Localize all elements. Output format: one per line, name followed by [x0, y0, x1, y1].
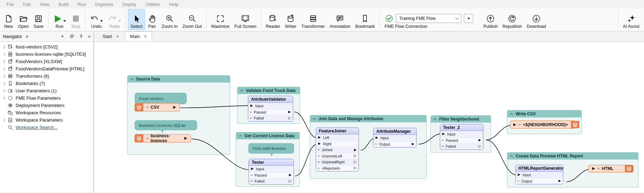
port-output[interactable]: Output [516, 178, 563, 184]
bookmark-header[interactable]: Validate Food Truck Data [238, 87, 300, 94]
node-attributemanager[interactable]: AttributeManager Input Output [373, 128, 417, 147]
run-dropdown-caret[interactable] [63, 20, 66, 22]
tab-main[interactable]: Main × [125, 31, 152, 41]
input-port-icon[interactable] [513, 123, 516, 126]
port-rejected[interactable]: <Rejected> [316, 165, 359, 171]
menu-view[interactable]: View [35, 1, 54, 8]
port-input[interactable]: Input [373, 135, 416, 141]
nav-item-deployment-parameters[interactable]: Deployment Parameters [0, 102, 94, 109]
port-unjoinedleft[interactable]: UnjoinedLeft [316, 153, 359, 159]
port-joined[interactable]: Joined [316, 147, 359, 153]
collapse-chevron-icon[interactable] [434, 118, 436, 121]
collapse-chevron-icon[interactable] [130, 78, 133, 81]
annotation-only-valid-licenses[interactable]: Only valid licenses [248, 143, 294, 154]
nav-item-foodvendors[interactable]: FoodVendors [XLSXW] [0, 58, 94, 65]
menu-help[interactable]: Help [164, 1, 183, 8]
node-html-writer[interactable]: HTML [588, 165, 634, 172]
add-writer-button[interactable]: Writer [282, 9, 299, 30]
port-passed[interactable]: Passed [248, 109, 293, 115]
port-passed[interactable]: Passed [249, 172, 293, 178]
port-failed[interactable]: Failed [248, 115, 293, 121]
add-reader-button[interactable]: Reader [263, 9, 282, 30]
port-input[interactable]: Input [440, 131, 483, 137]
node-htmlreportgenerator[interactable]: HTMLReportGenerator Input Output [515, 165, 563, 184]
bookmark-header[interactable]: Write CSV [507, 110, 581, 117]
float-panel-icon[interactable] [69, 34, 74, 39]
collapse-chevron-icon[interactable] [240, 90, 243, 92]
node-tester-2[interactable]: Tester_2 Input Passed Failed [440, 124, 483, 150]
port-failed[interactable]: Failed [249, 178, 293, 184]
bookmark-header[interactable]: Create Data Preview HTML Report [507, 153, 638, 160]
collapse-chevron-icon[interactable] [510, 113, 513, 116]
add-bookmark-button[interactable]: Bookmark [353, 9, 377, 30]
collapse-chevron-icon[interactable] [510, 155, 513, 158]
undo-dropdown-caret[interactable] [100, 20, 103, 22]
annotation-food-vendors[interactable]: Food vendors [135, 93, 187, 104]
node-attributevalidator[interactable]: AttributeValidator Input Passed Failed [248, 96, 293, 122]
full-screen-button[interactable]: Full Screen [232, 9, 259, 30]
port-unjoinedright[interactable]: UnjoinedRight [316, 159, 359, 165]
chevron-down-icon[interactable] [146, 137, 148, 139]
port-output[interactable]: Output [373, 141, 416, 147]
close-panel-icon[interactable]: × [88, 34, 91, 39]
input-port-icon[interactable] [592, 167, 595, 170]
bookmark-header[interactable]: Source Data [128, 76, 230, 83]
chevron-down-icon[interactable] [518, 123, 521, 125]
collapse-chevron-icon[interactable] [239, 135, 242, 138]
node-neighborhood-csv-writer[interactable]: <$(NEIGHBORHOOD)> [510, 121, 575, 129]
expand-chevron-icon[interactable] [2, 67, 5, 70]
expand-chevron-icon[interactable] [2, 118, 5, 121]
port-failed[interactable]: Failed [440, 143, 483, 149]
menu-edit[interactable]: Edit [18, 1, 35, 8]
node-tester[interactable]: Tester Input Passed Failed [249, 159, 294, 185]
close-tab-icon[interactable]: × [116, 34, 119, 39]
bookmark-header[interactable]: Filter Neighborhood [431, 116, 491, 123]
workflow-canvas[interactable]: Source Data Validate Food Truck Data Get… [94, 42, 644, 193]
bookmark-header[interactable]: Join Data and Manage Attributes [310, 115, 426, 122]
output-port-icon[interactable] [184, 137, 187, 140]
republish-button[interactable]: Republish [500, 9, 524, 30]
menu-run[interactable]: Run [73, 1, 90, 8]
new-button[interactable]: New [1, 9, 16, 30]
nav-item-workspace-search[interactable]: Workspace Search... [0, 124, 94, 131]
fme-flow-connection-select[interactable]: Training FME Flow [396, 14, 461, 23]
expand-chevron-icon[interactable] [2, 96, 5, 99]
nav-item-bookmarks[interactable]: Bookmarks (7) [0, 80, 94, 87]
expand-chevron-icon[interactable] [2, 60, 5, 63]
expand-chevron-icon[interactable] [2, 53, 5, 55]
menu-file[interactable]: File [2, 1, 18, 8]
output-port-icon[interactable] [173, 106, 176, 109]
node-featurejoiner[interactable]: FeatureJoiner Left Right Joined [316, 128, 359, 171]
menu-deploy[interactable]: Deploy [118, 1, 141, 8]
collapse-chevron-icon[interactable] [313, 118, 316, 121]
publish-button[interactable]: Publish [481, 9, 500, 30]
save-button[interactable]: Save [31, 9, 46, 30]
zoom-out-button[interactable]: Zoom Out [180, 9, 204, 30]
bookmark-header[interactable]: Get Current License Data [236, 132, 299, 139]
nav-item-workspace-parameters[interactable]: Workspace Parameters [0, 116, 94, 124]
port-left[interactable]: Left [316, 134, 359, 141]
menu-organize[interactable]: Organize [90, 1, 118, 8]
expand-chevron-icon[interactable] [2, 89, 5, 92]
open-button[interactable]: Open [16, 9, 31, 30]
nav-item-workspace-resources[interactable]: Workspace Resources [0, 109, 94, 116]
node-csv-reader[interactable]: CSV [135, 103, 180, 111]
add-transformer-button[interactable]: Transformer [299, 9, 327, 30]
port-right[interactable]: Right [316, 141, 359, 147]
port-passed[interactable]: Passed [440, 137, 483, 144]
menu-utilities[interactable]: Utilities [141, 1, 164, 8]
port-input[interactable]: Input [516, 172, 563, 178]
port-input[interactable]: Input [249, 166, 293, 172]
navigator-tab-close-icon[interactable]: × [26, 34, 29, 39]
add-annotation-button[interactable]: Annotation [327, 9, 353, 30]
pin-panel-icon[interactable] [79, 34, 84, 39]
nav-item-user-parameters[interactable]: User Parameters (1) [0, 87, 94, 94]
zoom-in-button[interactable]: Zoom In [159, 9, 180, 30]
annotation-business-licences-sqlite[interactable]: Business Licences SQLite [135, 120, 197, 130]
nav-item-fme-flow-parameters[interactable]: FME Flow Parameters [0, 94, 94, 102]
navigator-menu-caret-icon[interactable] [60, 34, 65, 39]
connection-dropdown-button[interactable] [464, 14, 473, 23]
port-input[interactable]: Input [248, 103, 293, 109]
node-business-licences-reader[interactable]: business-licences [135, 134, 191, 142]
nav-item-food-vendors[interactable]: food-vendors [CSV2] [0, 43, 94, 51]
